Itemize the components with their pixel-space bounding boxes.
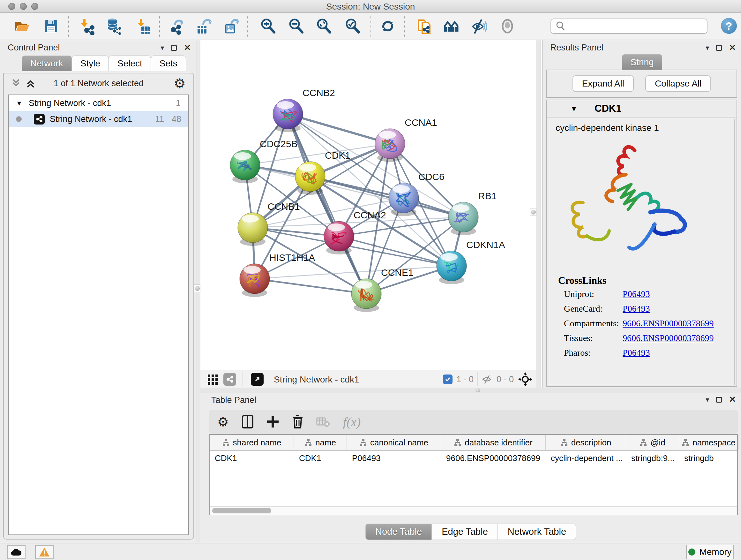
gene-section-header[interactable]: ▾ CDK1 xyxy=(547,100,737,118)
delete-column-trash-icon[interactable] xyxy=(292,415,304,429)
open-in-window-icon[interactable] xyxy=(251,373,264,386)
zoom-in-button[interactable] xyxy=(259,17,277,35)
cloud-button[interactable] xyxy=(7,545,25,559)
panel-close-icon[interactable]: ✕ xyxy=(729,43,736,53)
first-neighbors-icon xyxy=(443,17,460,35)
table-options-gear-icon[interactable]: ⚙ xyxy=(217,415,229,429)
column-header--id[interactable]: @id xyxy=(626,435,679,450)
export-table-button[interactable] xyxy=(195,17,213,35)
tab-style[interactable]: Style xyxy=(72,56,109,71)
grid-view-icon[interactable] xyxy=(207,374,219,385)
birds-eye-crosshair-icon[interactable] xyxy=(518,372,532,386)
network-row[interactable]: String Network - cdk1 11 48 xyxy=(9,111,188,127)
save-session-button[interactable] xyxy=(42,17,60,35)
horizontal-splitter[interactable] xyxy=(200,388,741,393)
import-network-database-button[interactable] xyxy=(105,17,122,35)
fit-content-button[interactable] xyxy=(315,17,333,35)
panel-float-icon[interactable] xyxy=(716,397,722,402)
expand-all-button[interactable]: Expand All xyxy=(572,75,634,92)
panel-minimize-icon[interactable]: ▾ xyxy=(160,44,164,52)
table-cell[interactable]: P06493 xyxy=(347,451,441,466)
column-header-name[interactable]: name xyxy=(294,435,347,450)
network-edge[interactable] xyxy=(255,279,366,294)
tree-expander-icon[interactable]: ▾ xyxy=(17,99,21,108)
right-splitter-handle[interactable] xyxy=(530,208,536,216)
tab-select[interactable]: Select xyxy=(109,56,151,71)
vertical-splitter[interactable] xyxy=(541,40,542,388)
network-canvas[interactable]: CCNB2CCNA1CDC25BCDK1CDC6RB1CCNB1CCNA2CDK… xyxy=(200,40,536,370)
tab-edge-table[interactable]: Edge Table xyxy=(432,523,498,540)
collapse-all-button[interactable]: Collapse All xyxy=(645,75,711,92)
refresh-button[interactable] xyxy=(379,17,397,35)
crosslink-link[interactable]: 9606.ENSP00000378699 xyxy=(623,333,714,343)
network-edge[interactable] xyxy=(310,177,463,217)
crosslink-link[interactable]: 9606.ENSP00000378699 xyxy=(623,318,714,328)
splitter-dot[interactable] xyxy=(475,388,480,392)
network-node[interactable]: CCNB1 xyxy=(238,201,300,246)
network-collection-row[interactable]: ▾ String Network - cdk1 1 xyxy=(9,95,188,111)
table-cell[interactable]: 9606.ENSP00000378699 xyxy=(441,451,546,466)
first-neighbors-button[interactable] xyxy=(443,17,461,35)
column-header-database-identifier[interactable]: database identifier xyxy=(441,435,546,450)
hide-selected-button[interactable] xyxy=(470,17,488,35)
network-node[interactable]: RB1 xyxy=(448,191,496,235)
panel-minimize-icon[interactable]: ▾ xyxy=(705,395,709,403)
panel-minimize-icon[interactable]: ▾ xyxy=(705,44,709,52)
table-row[interactable]: CDK1CDK1P064939606.ENSP00000378699cyclin… xyxy=(210,451,737,466)
duplicate-network-button[interactable] xyxy=(415,17,433,35)
table-cell[interactable]: cyclin-dependent ... xyxy=(546,451,626,466)
column-header-description[interactable]: description xyxy=(546,435,626,450)
crosslink-link[interactable]: P06493 xyxy=(623,348,650,358)
open-session-button[interactable] xyxy=(13,17,30,35)
tab-sets[interactable]: Sets xyxy=(151,56,186,71)
panel-close-icon[interactable]: ✕ xyxy=(729,395,736,405)
gene-section-body: cyclin-dependent kinase 1 CrossLinks Uni… xyxy=(549,119,735,385)
search-input[interactable] xyxy=(550,18,708,34)
network-node[interactable]: HIST1H1A xyxy=(240,252,315,297)
table-hscrollbar[interactable] xyxy=(210,506,737,515)
tab-string[interactable]: String xyxy=(622,54,662,70)
column-header-namespace[interactable]: namespace xyxy=(679,435,738,450)
export-network-button[interactable] xyxy=(168,17,186,35)
memory-button[interactable]: Memory xyxy=(686,545,734,559)
selected-checkbox-icon[interactable] xyxy=(443,374,453,384)
fit-selected-button[interactable] xyxy=(344,17,361,35)
network-node[interactable]: CCNE1 xyxy=(351,267,414,312)
table-cell[interactable]: stringdb:9... xyxy=(626,451,679,466)
show-all-button[interactable] xyxy=(498,17,516,35)
tab-network[interactable]: Network xyxy=(22,56,72,71)
import-network-file-button[interactable] xyxy=(77,17,95,35)
panel-float-icon[interactable] xyxy=(171,45,177,51)
scrollbar-thumb[interactable] xyxy=(212,508,271,513)
section-expander-icon[interactable]: ▾ xyxy=(572,104,576,113)
node-label: CDC6 xyxy=(418,172,445,182)
tab-node-table[interactable]: Node Table xyxy=(365,523,432,540)
hidden-eye-slash-icon[interactable] xyxy=(481,374,493,384)
add-column-icon[interactable] xyxy=(266,415,279,428)
tab-network-table[interactable]: Network Table xyxy=(498,523,576,540)
column-header-canonical-name[interactable]: canonical name xyxy=(347,435,441,450)
network-tree: ▾ String Network - cdk1 1 String Network… xyxy=(8,95,189,535)
results-panel-controls: ▾ ✕ xyxy=(705,43,736,53)
crosslink-link[interactable]: P06493 xyxy=(623,304,650,314)
crosslink-link[interactable]: P06493 xyxy=(623,289,650,299)
help-button[interactable]: ? xyxy=(721,18,737,34)
left-splitter-handle[interactable] xyxy=(194,285,200,292)
panel-float-icon[interactable] xyxy=(716,45,722,51)
eye-slash-icon xyxy=(470,17,487,35)
column-header-shared-name[interactable]: shared name xyxy=(210,435,294,450)
network-badge-icon[interactable] xyxy=(223,373,236,386)
panel-close-icon[interactable]: ✕ xyxy=(184,43,191,53)
network-options-gear-icon[interactable]: ⚙ xyxy=(174,76,186,91)
table-cell[interactable]: CDK1 xyxy=(210,451,294,466)
warnings-button[interactable] xyxy=(35,545,54,559)
table-cell[interactable]: stringdb xyxy=(679,451,738,466)
table-cell[interactable]: CDK1 xyxy=(294,451,347,466)
show-columns-icon[interactable] xyxy=(242,415,254,429)
network-node[interactable]: CDKN1A xyxy=(436,240,505,284)
import-table-file-button[interactable] xyxy=(134,17,152,35)
zoom-out-button[interactable] xyxy=(287,17,305,35)
export-image-button[interactable] xyxy=(223,17,241,35)
network-node[interactable]: CCNA1 xyxy=(375,117,437,162)
network-node[interactable]: CDC25B xyxy=(230,138,297,183)
